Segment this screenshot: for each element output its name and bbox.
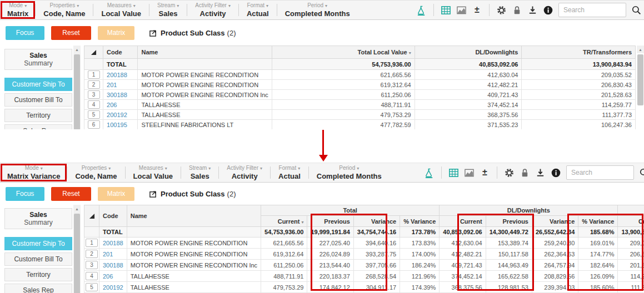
row-number[interactable]: 3 <box>84 90 103 100</box>
column-header-total-previous[interactable]: Previous <box>307 216 353 227</box>
code-link[interactable]: 201 <box>99 249 127 260</box>
code-link[interactable]: 206 <box>99 271 127 282</box>
column-header-code[interactable]: Code <box>103 46 138 59</box>
table-grid-icon[interactable] <box>441 5 451 16</box>
column-header-name[interactable]: Name <box>138 46 272 59</box>
focus-button[interactable]: Focus <box>6 26 44 40</box>
code-link[interactable]: 201 <box>103 80 138 90</box>
lock-icon[interactable] <box>512 5 522 16</box>
row-number[interactable]: 4 <box>84 271 99 282</box>
breadcrumb[interactable]: Product Sub Class (2) <box>149 29 236 37</box>
stream-selector[interactable]: Stream▾ Sales <box>181 163 218 182</box>
code-link[interactable]: 200188 <box>99 238 127 249</box>
sidebar-item-territory[interactable]: Territory <box>4 268 72 281</box>
column-header-tr-transformers[interactable]: TR/Transformers <box>522 46 636 59</box>
search-icon[interactable] <box>639 168 644 178</box>
reset-button[interactable]: Reset <box>51 187 91 201</box>
table-scrollbar[interactable]: ▲ <box>637 46 644 53</box>
summary-box[interactable]: Sales Summary <box>4 49 72 70</box>
lock-icon[interactable] <box>520 168 530 178</box>
code-link[interactable]: 300188 <box>103 90 138 100</box>
sidebar-item-territory[interactable]: Territory <box>4 109 72 122</box>
column-header-dl-previous[interactable]: Previous <box>486 216 532 227</box>
properties-selector[interactable]: Properties▾ Code, Name <box>67 163 124 182</box>
code-link[interactable]: 200188 <box>103 70 138 80</box>
row-number[interactable]: 3 <box>84 260 99 271</box>
info-icon[interactable] <box>551 168 561 178</box>
column-header-total-current[interactable]: Current▾ <box>261 216 307 227</box>
mode-selector[interactable]: Mode▾ Matrix <box>1 1 35 19</box>
format-selector[interactable]: Format▾ Actual <box>271 163 308 182</box>
activity-filter-selector[interactable]: Activity Filter▾ Activity <box>219 163 270 182</box>
area-chart-icon[interactable] <box>464 168 475 178</box>
sidebar-item-customer-bill-to[interactable]: Customer Bill To <box>4 252 72 266</box>
gear-icon[interactable] <box>504 168 515 178</box>
period-selector[interactable]: Period▾ Completed Months <box>309 163 390 182</box>
summary-box[interactable]: Sales Summary <box>4 208 72 229</box>
reset-button[interactable]: Reset <box>51 26 91 40</box>
scrollbar-thumb[interactable] <box>637 54 643 105</box>
scroll-up-icon[interactable]: ▲ <box>73 46 81 53</box>
column-header-total-pct-variance[interactable]: % Variance <box>400 216 440 227</box>
sidebar-item-customer-ship-to[interactable]: Customer Ship To <box>4 237 72 250</box>
sidebar-scrollbar[interactable]: ▲ <box>73 205 81 293</box>
code-link[interactable]: 100195 <box>103 120 138 130</box>
plus-minus-icon[interactable]: ± <box>480 168 490 178</box>
code-link[interactable]: 206 <box>103 100 138 110</box>
matrix-button[interactable]: Matrix <box>98 26 134 40</box>
table-grid-icon[interactable] <box>448 168 459 178</box>
search-input[interactable] <box>566 165 634 180</box>
area-chart-icon[interactable] <box>456 5 467 16</box>
info-icon[interactable] <box>543 5 553 16</box>
column-header-total-local-value[interactable]: Total Local Value▾ <box>272 46 415 59</box>
corner-cell[interactable] <box>84 205 99 227</box>
row-number[interactable]: 1 <box>84 70 103 80</box>
download-icon[interactable] <box>527 5 538 16</box>
dye-flask-icon[interactable] <box>424 168 435 178</box>
column-header-dl-pct-variance[interactable]: % Variance <box>578 216 618 227</box>
column-header-code[interactable]: Code <box>99 205 127 227</box>
scrollbar-thumb[interactable] <box>74 214 80 293</box>
scrollbar-thumb[interactable] <box>74 54 80 129</box>
plus-minus-icon[interactable]: ± <box>472 5 482 16</box>
row-number[interactable]: 4 <box>84 100 103 110</box>
gear-icon[interactable] <box>496 5 507 16</box>
column-header-dl-current[interactable]: Current <box>440 216 486 227</box>
scroll-up-icon[interactable]: ▲ <box>73 205 81 213</box>
code-link[interactable]: 200192 <box>99 282 127 293</box>
mode-selector[interactable]: Mode▾ Matrix Variance <box>1 164 67 181</box>
search-input[interactable] <box>558 3 626 17</box>
column-header-total-variance[interactable]: Variance <box>353 216 400 227</box>
dye-flask-icon[interactable] <box>416 5 427 16</box>
focus-button[interactable]: Focus <box>6 187 44 201</box>
period-selector[interactable]: Period▾ Completed Months <box>277 1 358 19</box>
column-header-dl-variance[interactable]: Variance <box>532 216 578 227</box>
activity-filter-selector[interactable]: Activity Filter▾ Activity <box>187 1 238 19</box>
row-number[interactable]: 6 <box>84 120 103 130</box>
measures-selector[interactable]: Measures▾ Local Value <box>126 163 181 182</box>
row-number[interactable]: 5 <box>84 110 103 120</box>
search-icon[interactable] <box>631 5 642 16</box>
column-header-tr-current[interactable]: Current <box>618 216 644 227</box>
properties-selector[interactable]: Properties▾ Code, Name <box>36 1 93 19</box>
measures-selector[interactable]: Measures▾ Local Value <box>93 1 149 19</box>
sidebar-item-customer-ship-to[interactable]: Customer Ship To <box>4 78 72 91</box>
column-header-name[interactable]: Name <box>127 205 261 227</box>
row-number[interactable]: 2 <box>84 249 99 260</box>
stream-selector[interactable]: Stream▾ Sales <box>149 1 187 19</box>
breadcrumb[interactable]: Product Sub Class (2) <box>149 190 236 198</box>
sidebar-scrollbar[interactable]: ▲ <box>73 46 81 129</box>
row-number[interactable]: 1 <box>84 238 99 249</box>
format-selector[interactable]: Format▾ Actual <box>239 1 277 19</box>
sidebar-item-customer-bill-to[interactable]: Customer Bill To <box>4 93 72 107</box>
scroll-up-icon[interactable]: ▲ <box>637 46 644 53</box>
code-link[interactable]: 300188 <box>99 260 127 271</box>
column-header-dl-downlights[interactable]: DL/Downlights <box>415 46 522 59</box>
row-number[interactable]: 2 <box>84 80 103 90</box>
code-link[interactable]: 200192 <box>103 110 138 120</box>
corner-cell[interactable] <box>84 46 103 59</box>
row-number[interactable]: 5 <box>84 282 99 293</box>
sidebar-item-sales-rep[interactable]: Sales Rep <box>4 284 72 293</box>
matrix-button[interactable]: Matrix <box>98 187 134 201</box>
download-icon[interactable] <box>535 168 546 178</box>
